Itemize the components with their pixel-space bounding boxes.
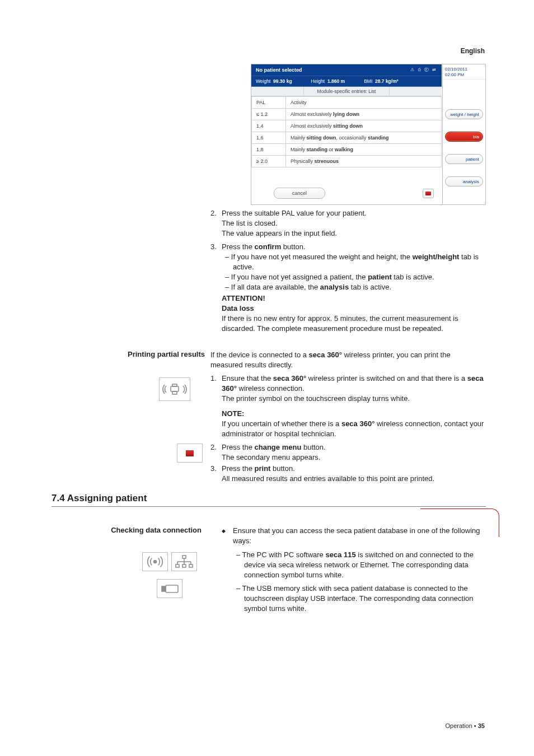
printing-step3: 3.Press the print button. All measured r… xyxy=(210,464,485,484)
printing-step2: 2.Press the change menu button. The seco… xyxy=(210,442,485,463)
heading-checking-connection: Checking data connection xyxy=(90,526,202,534)
ss-measure-bar: Weight 99.30 kg Height 1.860 m BMI 28.7 … xyxy=(251,76,442,86)
language-label: English xyxy=(461,47,485,55)
device-screenshot: No patient selected ⚠ ⎙ Ⓔ ⇄ Weight 99.30… xyxy=(251,64,486,205)
tab-bia[interactable]: bia xyxy=(445,132,483,142)
section-rule xyxy=(51,506,486,507)
svg-rect-1 xyxy=(172,384,177,386)
attention-block: ATTENTION! Data loss If there is no new … xyxy=(222,293,485,334)
ss-sub2: Module-specific entries: List xyxy=(303,87,390,96)
step-2: 2.Press the suitable PAL value for your … xyxy=(210,208,485,239)
svg-rect-12 xyxy=(189,564,193,567)
step-3: 3.Press the confirm button. If you have … xyxy=(210,242,485,292)
tab-patient[interactable]: patient xyxy=(445,154,483,164)
checking-bullet: Ensure that you can access the seca pati… xyxy=(210,526,485,546)
printing-intro: If the device is connected to a seca 360… xyxy=(210,350,485,370)
printing-note: NOTE: If you uncertain of whether there … xyxy=(222,409,485,439)
svg-point-3 xyxy=(154,561,157,563)
ss-status-icons: ⚠ ⎙ Ⓔ ⇄ xyxy=(410,64,437,76)
pal-table: PALActivity ≤ 1.2Almost exclusively lyin… xyxy=(251,96,442,167)
connection-dashes: The PC with PC software seca 115 is swit… xyxy=(210,550,485,614)
tab-weight-height[interactable]: weight / height xyxy=(445,109,483,119)
usb-connection-icon xyxy=(157,579,182,598)
printer-wireless-icon xyxy=(159,377,190,401)
section-7-4-heading: 7.4 Assigning patient xyxy=(51,493,147,504)
svg-rect-13 xyxy=(162,586,166,591)
heading-printing-partial: Printing partial results xyxy=(93,350,205,358)
svg-rect-14 xyxy=(166,585,178,592)
tab-analysis[interactable]: analysis xyxy=(445,176,483,186)
svg-rect-8 xyxy=(176,564,179,567)
svg-rect-4 xyxy=(182,556,186,558)
change-menu-screenshot-icon xyxy=(177,444,203,463)
ss-title: No patient selected xyxy=(256,64,302,76)
wireless-connection-icon xyxy=(142,552,168,571)
ss-datetime: 02/10/201102:00 PM xyxy=(443,64,485,80)
cancel-button[interactable]: cancel xyxy=(274,188,325,199)
svg-rect-10 xyxy=(182,564,186,567)
printing-step1: 1.Ensure that the seca 360° wireless pri… xyxy=(210,374,485,404)
svg-rect-0 xyxy=(171,386,179,391)
footer: Operation • 35 xyxy=(445,722,485,729)
change-menu-icon[interactable] xyxy=(423,189,434,198)
svg-rect-2 xyxy=(172,391,177,394)
ethernet-connection-icon xyxy=(171,552,197,571)
